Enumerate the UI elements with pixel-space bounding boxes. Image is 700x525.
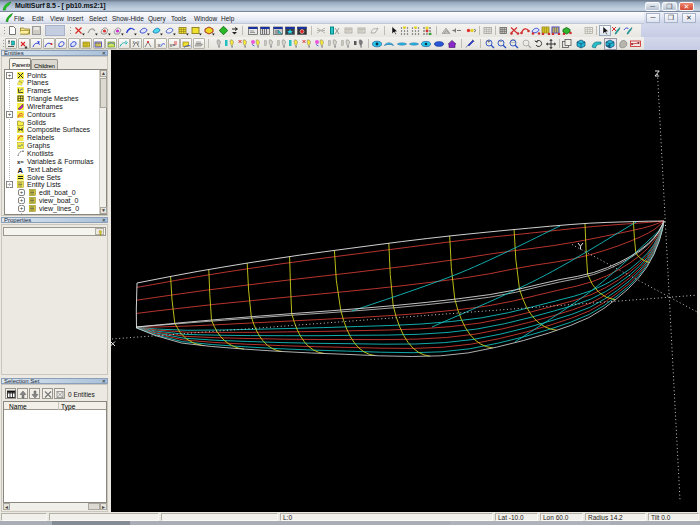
svg-text:y: y — [137, 40, 140, 45]
svg-text:x: x — [157, 41, 160, 47]
svg-text:x=: x= — [17, 159, 24, 165]
svg-text:A: A — [18, 166, 24, 173]
svg-text:x=: x= — [170, 42, 176, 48]
